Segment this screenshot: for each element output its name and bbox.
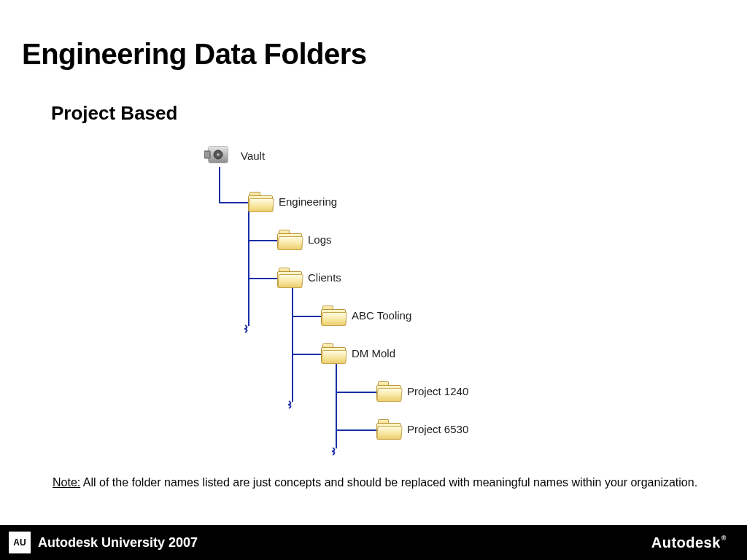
- tree-node-dm-mold: DM Mold: [321, 343, 395, 362]
- tree-node-clients: Clients: [277, 268, 341, 287]
- tree-label: Project 6530: [407, 423, 468, 435]
- note-body: All of the folder names listed are just …: [80, 476, 697, 489]
- slide: Engineering Data Folders Project Based: [0, 0, 747, 560]
- footer-left-text: Autodesk University 2007: [38, 535, 198, 551]
- autodesk-logo-text: Autodesk: [651, 534, 721, 551]
- au-badge-icon: AU: [9, 532, 31, 553]
- vault-icon: [204, 142, 235, 168]
- tree-label: ABC Tooling: [352, 309, 411, 322]
- tree-node-vault: Vault: [204, 142, 265, 168]
- folder-icon: [321, 343, 346, 362]
- tree-label: Clients: [308, 271, 341, 284]
- tree-node-engineering: Engineering: [248, 192, 337, 211]
- folder-icon: [277, 268, 302, 287]
- tree-continuation-icon: [288, 400, 297, 409]
- tree-connector: [336, 361, 337, 448]
- note-text: Note: All of the folder names listed are…: [53, 475, 718, 490]
- svg-point-3: [217, 153, 220, 156]
- folder-icon: [376, 419, 401, 438]
- svg-rect-4: [204, 151, 210, 158]
- tree-connector: [219, 202, 248, 203]
- tree-node-logs: Logs: [277, 230, 332, 249]
- footer-left: AU Autodesk University 2007: [0, 532, 198, 553]
- footer-right: Autodesk®: [651, 534, 747, 551]
- tree-connector: [248, 240, 277, 241]
- tree-continuation-icon: [244, 324, 253, 333]
- tree-connector: [292, 316, 321, 317]
- tree-node-project-1240: Project 1240: [376, 381, 468, 400]
- tree-label: Project 1240: [407, 385, 468, 397]
- slide-subtitle: Project Based: [51, 102, 177, 125]
- folder-icon: [321, 306, 346, 324]
- tree-connector: [336, 392, 376, 393]
- registered-mark-icon: ®: [721, 534, 727, 542]
- tree-connector: [248, 278, 277, 279]
- tree-label: Logs: [308, 233, 332, 246]
- folder-icon: [277, 230, 302, 249]
- tree-connector: [292, 285, 293, 402]
- tree-node-abc-tooling: ABC Tooling: [321, 306, 411, 324]
- tree-connector: [336, 429, 376, 431]
- tree-connector: [219, 167, 220, 202]
- tree-connector: [292, 354, 321, 355]
- note-label: Note:: [53, 476, 80, 489]
- folder-icon: [248, 192, 273, 211]
- tree-node-project-6530: Project 6530: [376, 419, 468, 438]
- folder-icon: [376, 381, 401, 400]
- tree-connector: [248, 209, 249, 326]
- footer-bar: AU Autodesk University 2007 Autodesk®: [0, 525, 747, 560]
- tree-label: Engineering: [279, 195, 337, 208]
- slide-title: Engineering Data Folders: [22, 38, 367, 71]
- tree-label: DM Mold: [352, 347, 395, 359]
- tree-continuation-icon: [332, 447, 341, 456]
- tree-label: Vault: [241, 149, 265, 162]
- folder-tree: Vault Engineering Logs Clients ABC Tooli…: [204, 142, 525, 448]
